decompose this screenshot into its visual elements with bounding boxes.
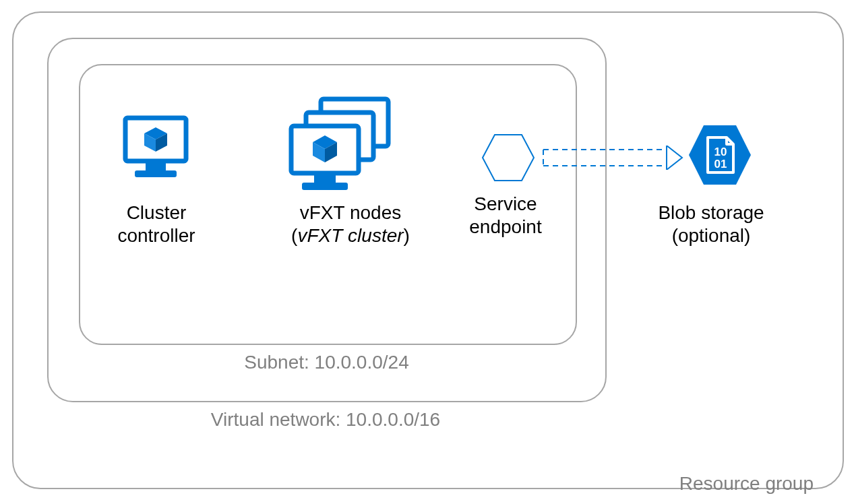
cluster-controller-line1: Cluster: [127, 202, 187, 223]
svg-marker-18: [667, 146, 682, 170]
service-endpoint-label: Service endpoint: [445, 193, 566, 238]
cluster-controller-label: Cluster controller: [96, 201, 217, 247]
blob-storage-line2: (optional): [672, 225, 751, 246]
blob-storage-line1: Blob storage: [658, 202, 764, 223]
svg-rect-2: [135, 170, 177, 177]
service-endpoint-line2: endpoint: [469, 216, 541, 237]
resource-group-label: Resource group: [679, 473, 814, 495]
blob-storage-label: Blob storage (optional): [637, 201, 785, 247]
vfxt-nodes-line1: vFXT nodes: [300, 202, 401, 223]
cluster-controller-line2: controller: [117, 225, 195, 246]
subnet-label: Subnet: 10.0.0.0/24: [79, 352, 574, 373]
blob-binary-bottom: 01: [714, 158, 727, 170]
virtual-network-label: Virtual network: 10.0.0.0/16: [47, 409, 604, 431]
svg-rect-9: [314, 175, 336, 183]
vm-icon: [119, 111, 193, 188]
vfxt-nodes-label: vFXT nodes (vFXT cluster): [256, 201, 445, 247]
hexagon-outline-icon: [481, 131, 535, 187]
svg-marker-14: [483, 135, 534, 181]
svg-rect-10: [302, 183, 348, 190]
vfxt-nodes-line2-suffix: ): [404, 225, 410, 246]
vm-cluster-icon: [282, 87, 410, 197]
dashed-arrow-icon: [542, 146, 683, 172]
svg-rect-1: [146, 162, 166, 170]
blob-binary-top: 10: [714, 146, 727, 158]
service-endpoint-line1: Service: [474, 193, 537, 214]
vfxt-nodes-line2-italic: vFXT cluster: [297, 225, 403, 246]
blob-storage-icon: 10 01: [686, 121, 754, 191]
